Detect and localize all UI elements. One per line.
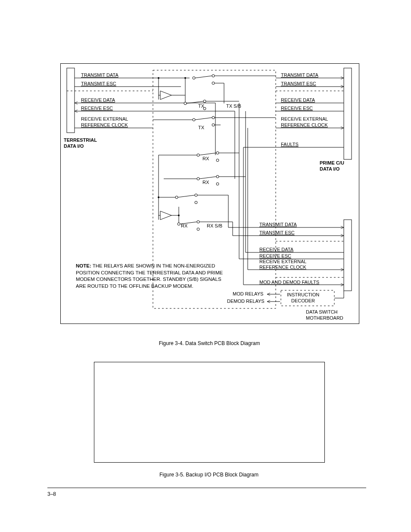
dec-instruction: INSTRUCTION bbox=[287, 292, 319, 298]
terr-transmit-esc: TRANSMIT ESC bbox=[81, 81, 116, 87]
terr-receive-esc: RECEIVE ESC bbox=[81, 106, 113, 111]
dec-decoder: DECODER bbox=[291, 298, 315, 304]
relay-tx2: TX bbox=[198, 125, 204, 131]
page: TRANSMIT DATA TRANSMIT ESC RECEIVE DATA … bbox=[0, 0, 411, 532]
board-label-l2: MOTHERBOARD bbox=[306, 315, 343, 321]
backup-receive-esc: RECEIVE ESC bbox=[259, 253, 291, 259]
prime-faults: FAULTS bbox=[281, 142, 299, 147]
footer-rule bbox=[47, 488, 366, 488]
dec-mod-relays: MOD RELAYS bbox=[233, 291, 263, 297]
board-label-l1: DATA SWITCH bbox=[306, 309, 338, 315]
fig-top-caption: Figure 3-4. Data Switch PCB Block Diagra… bbox=[60, 340, 358, 346]
note-block: NOTE: THE RELAYS ARE SHOWN IN THE NON-EN… bbox=[76, 263, 227, 289]
prime-transmit-esc: TRANSMIT ESC bbox=[281, 81, 316, 87]
footer-left: 3–8 bbox=[47, 491, 56, 497]
relay-tx-sb: TX S/B bbox=[226, 103, 241, 109]
backup-transmit-data: TRANSMIT DATA bbox=[259, 222, 297, 227]
terr-ext-ref-l1: RECEIVE EXTERNAL bbox=[81, 116, 128, 122]
terr-ext-ref-l2: REFERENCE CLOCK bbox=[81, 122, 128, 128]
dec-demod-relays: DEMOD RELAYS bbox=[227, 299, 265, 304]
relay-tx1: TX bbox=[198, 103, 204, 109]
prime-receive-esc: RECEIVE ESC bbox=[281, 106, 313, 111]
terr-receive-data: RECEIVE DATA bbox=[81, 97, 115, 103]
prime-transmit-data: TRANSMIT DATA bbox=[281, 72, 318, 78]
fig-bot-caption: Figure 3-5. Backup I/O PCB Block Diagram bbox=[94, 472, 324, 478]
backup-ext-ref-l2: REFERENCE CLOCK bbox=[259, 264, 306, 270]
note-label: NOTE: bbox=[76, 263, 91, 268]
backup-receive-data: RECEIVE DATA bbox=[259, 247, 293, 252]
backup-ext-ref-l1: RECEIVE EXTERNAL bbox=[259, 259, 306, 264]
terr-transmit-data: TRANSMIT DATA bbox=[81, 72, 118, 78]
backup-transmit-esc: TRANSMIT ESC bbox=[259, 230, 295, 236]
fig-bot-outer bbox=[94, 362, 325, 463]
relay-rx1: RX bbox=[202, 156, 209, 162]
prime-title-l2: DATA I/O bbox=[320, 166, 339, 172]
prime-ext-ref-l1: RECEIVE EXTERNAL bbox=[281, 116, 328, 122]
relay-rx-sb: RX S/B bbox=[207, 223, 222, 229]
prime-receive-data: RECEIVE DATA bbox=[281, 97, 315, 103]
terr-title-l1: TERRESTRIAL bbox=[64, 137, 97, 143]
relay-rx2: RX bbox=[202, 180, 209, 185]
note-text: THE RELAYS ARE SHOWN IN THE NON-ENERGIZE… bbox=[76, 263, 223, 289]
prime-title-l1: PRIME C/U bbox=[320, 160, 344, 166]
backup-faults: MOD AND DEMOD FAULTS bbox=[259, 280, 319, 285]
relay-rx3: RX bbox=[181, 223, 187, 229]
terr-title-l2: DATA I/O bbox=[64, 143, 84, 149]
prime-ext-ref-l2: REFERENCE CLOCK bbox=[281, 122, 328, 128]
